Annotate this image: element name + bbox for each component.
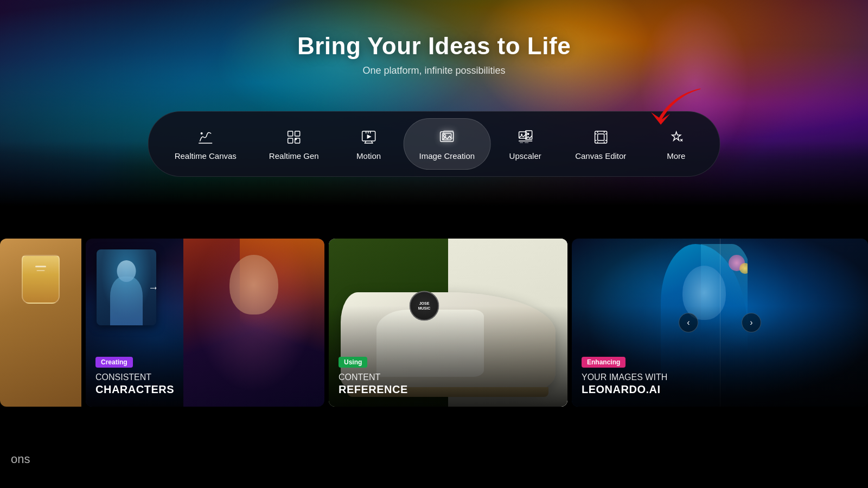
nav-label-image-creation: Image Creation [419, 151, 475, 160]
cards-row: → Creating CONSISTENT CHARACTERS [0, 239, 868, 407]
nav-label-motion: Motion [356, 151, 381, 160]
svg-point-21 [527, 133, 529, 135]
nav-item-image-creation[interactable]: Image Creation [404, 118, 491, 170]
canvas-editor-icon [591, 127, 610, 147]
hero-title: Bring Your Ideas to Life [0, 33, 868, 60]
card-title1-sneaker: CONTENT [339, 372, 558, 383]
hero-subtitle: One platform, infinite possibilities [0, 65, 868, 76]
nav-item-realtime-gen[interactable]: Realtime Gen [254, 119, 334, 169]
upscaler-icon [515, 127, 535, 147]
prev-arrow-icon: ‹ [687, 318, 690, 328]
card-badge-creating: Creating [95, 357, 133, 368]
card-badge-using: Using [339, 357, 367, 368]
portrait-nav: ‹ › [679, 313, 761, 332]
image-creation-icon [437, 127, 457, 147]
card-characters[interactable]: → Creating CONSISTENT CHARACTERS [86, 239, 324, 407]
bottom-page-text: ons [11, 452, 30, 466]
svg-point-19 [521, 134, 522, 136]
svg-rect-22 [595, 131, 607, 143]
card-sneaker[interactable]: JOSEMUSIC Using CONTENT REFERENCE [329, 239, 567, 407]
card-title2-sneaker: REFERENCE [339, 383, 558, 396]
nav-label-canvas-editor: Canvas Editor [575, 151, 626, 160]
realtime-gen-icon [284, 127, 304, 147]
next-arrow-icon: › [750, 318, 752, 328]
realtime-canvas-icon [196, 127, 215, 147]
red-arrow-pointer [640, 84, 711, 138]
bottom-section: → Creating CONSISTENT CHARACTERS [0, 211, 868, 488]
nav-item-upscaler[interactable]: Upscaler [493, 119, 558, 169]
nav-item-canvas-editor[interactable]: Canvas Editor [560, 119, 641, 169]
portrait-next-button[interactable]: › [742, 313, 761, 332]
card-portrait[interactable]: ‹ › Enhancing YOUR IMAGES WITH LEONARDO.… [572, 239, 868, 407]
motion-icon [359, 127, 379, 147]
card-title1-portrait: YOUR IMAGES WITH [582, 372, 858, 383]
nav-label-realtime-canvas: Realtime Canvas [175, 151, 237, 160]
card-coffee[interactable] [0, 239, 81, 407]
nav-pills: Realtime Canvas Realtime Gen [148, 111, 720, 177]
svg-rect-1 [288, 131, 293, 136]
card-badge-enhancing: Enhancing [582, 357, 626, 368]
svg-marker-13 [367, 134, 372, 139]
nav-item-motion[interactable]: Motion [336, 119, 401, 169]
card-text-portrait: Enhancing YOUR IMAGES WITH LEONARDO.AI [582, 357, 858, 396]
card-title2-portrait: LEONARDO.AI [582, 383, 858, 396]
nav-label-realtime-gen: Realtime Gen [269, 151, 319, 160]
svg-rect-3 [288, 138, 293, 143]
svg-rect-23 [597, 134, 604, 140]
svg-point-5 [295, 138, 297, 140]
nav-label-more: More [667, 151, 685, 160]
nav-item-realtime-canvas[interactable]: Realtime Canvas [159, 119, 252, 169]
hero-content: Bring Your Ideas to Life One platform, i… [0, 0, 868, 76]
svg-point-0 [201, 132, 203, 134]
card-text-sneaker: Using CONTENT REFERENCE [339, 357, 558, 396]
svg-rect-2 [295, 131, 300, 136]
nav-label-upscaler: Upscaler [509, 151, 541, 160]
portrait-prev-button[interactable]: ‹ [679, 313, 698, 332]
